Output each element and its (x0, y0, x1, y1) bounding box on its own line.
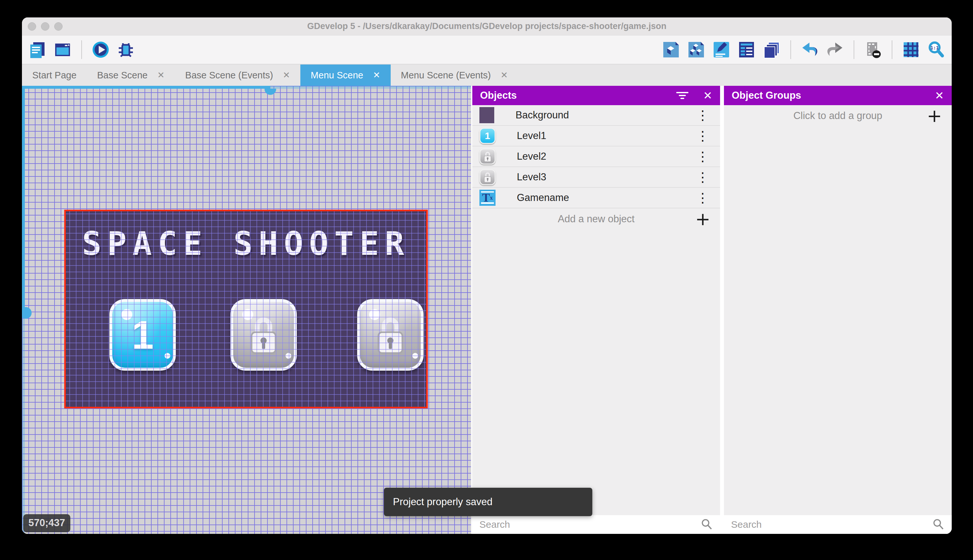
objects-search-bar (472, 515, 720, 534)
game-scene-frame[interactable]: SPACE SHOOTER 1 (64, 210, 428, 408)
add-object-button[interactable]: Add a new object + (472, 208, 720, 230)
minimize-window-button[interactable] (41, 22, 49, 31)
tab-base-scene-events[interactable]: Base Scene (Events)✕ (175, 65, 300, 86)
kebab-menu-icon[interactable]: ⋮ (696, 171, 709, 183)
object-label: Background (515, 109, 569, 121)
object-row-level1[interactable]: 1Level1⋮ (472, 126, 720, 147)
search-icon[interactable] (701, 518, 713, 531)
objects-panel: Objects ✕ Background⋮1Level1⋮Level2⋮Leve… (471, 86, 720, 534)
undo-icon[interactable] (801, 41, 819, 59)
toolbar-separator (892, 40, 892, 59)
play-icon[interactable] (92, 41, 110, 59)
layers-panel-icon[interactable] (763, 41, 781, 59)
grid-toggle-icon[interactable] (902, 41, 920, 59)
background-thumbnail (480, 107, 494, 123)
groups-search-input[interactable] (731, 519, 932, 530)
objects-panel-title: Objects (480, 90, 517, 101)
object-groups-panel-icon[interactable] (687, 41, 705, 59)
scene-editor-canvas[interactable]: SPACE SHOOTER 1 570;437 (22, 86, 471, 534)
kebab-menu-icon[interactable]: ⋮ (696, 129, 709, 142)
close-window-button[interactable] (28, 22, 36, 31)
close-icon[interactable]: ✕ (703, 90, 713, 101)
objects-panel-icon[interactable] (662, 41, 680, 59)
project-manager-icon[interactable] (28, 41, 47, 59)
object-label: Level2 (517, 151, 546, 162)
kebab-menu-icon[interactable]: ⋮ (696, 150, 709, 163)
lock-icon (374, 315, 407, 355)
tab-menu-scene-events[interactable]: Menu Scene (Events)✕ (391, 65, 518, 86)
groups-search-bar (724, 515, 952, 534)
level3-button[interactable] (357, 299, 423, 371)
objects-search-input[interactable] (480, 519, 701, 530)
add-object-label: Add a new object (472, 213, 720, 225)
scene-title-text[interactable]: SPACE SHOOTER (66, 225, 426, 263)
mask-toggle-icon[interactable] (864, 41, 882, 59)
level1-thumbnail: 1 (480, 128, 495, 144)
object-label: Level3 (517, 171, 546, 183)
search-icon[interactable] (932, 518, 945, 531)
tab-close-icon[interactable]: ✕ (500, 70, 508, 80)
text-thumbnail: Tx (480, 190, 495, 206)
tab-close-icon[interactable]: ✕ (157, 70, 165, 80)
editor-tabbar: Start PageBase Scene✕Base Scene (Events)… (22, 65, 952, 86)
horizontal-scrollbar-thumb[interactable] (22, 86, 270, 89)
object-row-level2[interactable]: Level2⋮ (472, 147, 720, 167)
object-list: Background⋮1Level1⋮Level2⋮Level3⋮TxGamen… (472, 105, 720, 208)
tab-label: Base Scene (Events) (185, 70, 273, 81)
lock-thumbnail (480, 169, 495, 185)
title-bar: GDevelop 5 - /Users/dkarakay/Documents/G… (22, 17, 952, 35)
close-icon[interactable]: ✕ (935, 90, 944, 101)
scene-properties-icon[interactable] (53, 41, 72, 59)
kebab-menu-icon[interactable]: ⋮ (696, 191, 709, 204)
tab-close-icon[interactable]: ✕ (283, 70, 290, 80)
object-row-gamename[interactable]: TxGamename⋮ (472, 188, 720, 208)
object-label: Level1 (517, 130, 546, 142)
tab-label: Menu Scene (311, 70, 363, 81)
objects-panel-header: Objects ✕ (472, 86, 720, 105)
vertical-scrollbar-thumb[interactable] (22, 86, 25, 318)
gdevelop-window: GDevelop 5 - /Users/dkarakay/Documents/G… (22, 17, 952, 534)
object-groups-panel: Object Groups ✕ Click to add a group + (724, 86, 952, 534)
cursor-coordinates-badge: 570;437 (23, 514, 70, 532)
level1-button[interactable]: 1 (109, 299, 176, 371)
kebab-menu-icon[interactable]: ⋮ (696, 109, 709, 122)
toolbar-separator (790, 40, 791, 59)
object-row-background[interactable]: Background⋮ (472, 105, 720, 126)
tab-label: Menu Scene (Events) (401, 70, 491, 81)
redo-icon[interactable] (826, 41, 844, 59)
add-group-button[interactable]: Click to add a group + (724, 105, 952, 127)
maximize-window-button[interactable] (54, 22, 63, 31)
svg-text:1:1: 1:1 (930, 45, 938, 50)
traffic-lights (28, 22, 63, 31)
properties-panel-icon[interactable] (712, 41, 730, 59)
plus-icon[interactable]: + (695, 213, 710, 225)
object-groups-panel-header: Object Groups ✕ (724, 86, 952, 105)
instances-list-icon[interactable] (738, 41, 756, 59)
filter-icon[interactable] (676, 90, 689, 101)
zoom-1-1-icon[interactable]: 1:1 (927, 41, 945, 59)
window-title: GDevelop 5 - /Users/dkarakay/Documents/G… (22, 21, 952, 31)
vertical-scrollbar-marker[interactable] (22, 307, 32, 319)
object-groups-panel-title: Object Groups (732, 90, 801, 101)
tab-menu-scene[interactable]: Menu Scene✕ (300, 65, 390, 86)
tab-base-scene[interactable]: Base Scene✕ (87, 65, 175, 86)
toolbar-separator (81, 40, 82, 59)
add-group-label: Click to add a group (724, 110, 952, 122)
lock-icon (247, 315, 280, 355)
plus-icon[interactable]: + (927, 110, 942, 121)
toolbar-separator (854, 40, 854, 59)
tab-start-page[interactable]: Start Page (22, 65, 87, 86)
tab-label: Start Page (32, 70, 77, 81)
tab-label: Base Scene (97, 70, 147, 81)
toolbar: 1:1 (22, 35, 952, 65)
tab-close-icon[interactable]: ✕ (373, 70, 380, 80)
object-label: Gamename (517, 192, 569, 203)
content: SPACE SHOOTER 1 570;437 Objects ✕ Backgr… (22, 86, 952, 534)
toast-notification: Project properly saved (384, 488, 592, 516)
horizontal-scrollbar-marker[interactable] (265, 89, 276, 95)
level2-button[interactable] (230, 299, 297, 371)
level-number: 1 (132, 312, 154, 358)
debug-icon[interactable] (117, 41, 135, 59)
object-row-level3[interactable]: Level3⋮ (472, 167, 720, 188)
lock-thumbnail (480, 148, 495, 165)
